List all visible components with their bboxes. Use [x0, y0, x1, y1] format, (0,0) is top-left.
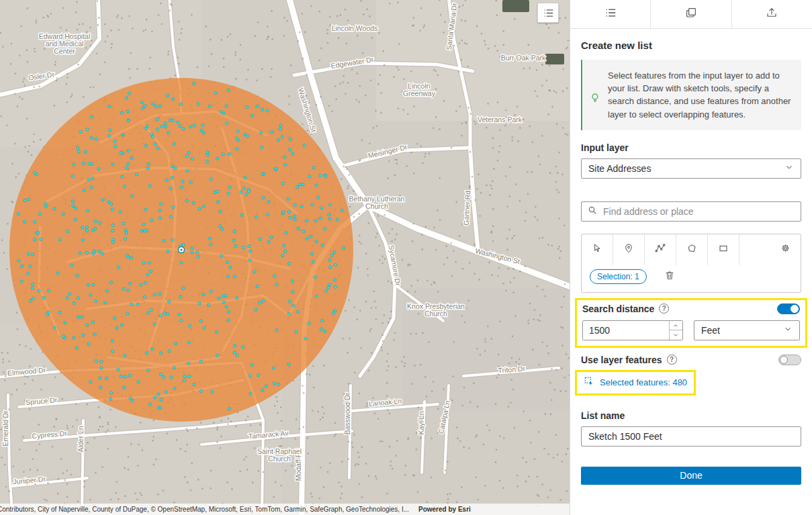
distance-stepper — [669, 321, 682, 340]
distance-number-input — [582, 320, 683, 340]
lightbulb-icon — [589, 92, 601, 121]
point-sketch-tool[interactable] — [613, 234, 645, 265]
svg-text:Burr Oak Park: Burr Oak Park — [501, 54, 546, 62]
use-layer-features-help-icon[interactable]: ? — [667, 355, 677, 365]
info-box: Select features from the input layer to … — [581, 60, 801, 130]
search-icon — [587, 205, 598, 218]
panel-title: Create new list — [581, 40, 801, 51]
selected-features-link[interactable]: Selected features: 480 — [600, 377, 687, 387]
select-cursor-tool[interactable] — [582, 234, 613, 265]
layers-icon — [685, 7, 697, 21]
rectangle-sketch-tool[interactable] — [708, 234, 739, 265]
input-layer-select[interactable]: Site Addresses — [581, 158, 801, 179]
polyline-icon — [655, 243, 666, 256]
sketch-toolbox: Selection: 1 — [581, 234, 801, 293]
list-name-input[interactable] — [581, 426, 801, 447]
svg-text:Kayl Ln: Kayl Ln — [417, 411, 425, 434]
selected-features-highlight: Selected features: 480 — [575, 370, 696, 395]
distance-unit-select[interactable]: Feet — [694, 320, 800, 340]
rectangle-icon — [718, 243, 729, 256]
list-icon — [604, 7, 617, 21]
svg-text:Emerald Dr: Emerald Dr — [1, 410, 9, 447]
select-features-icon — [584, 376, 594, 389]
basemap[interactable]: Washington StWashington StModaff RdSycam… — [0, 0, 570, 515]
use-layer-features-toggle[interactable] — [778, 355, 801, 365]
panel-tabbar — [570, 0, 812, 29]
powered-by-esri-link[interactable]: Powered by Esri — [418, 506, 511, 513]
tool-spacer — [739, 234, 770, 265]
polyline-sketch-tool[interactable] — [645, 234, 676, 265]
polygon-sketch-tool[interactable] — [676, 234, 708, 265]
list-name-label: List name — [581, 410, 801, 421]
trash-icon[interactable] — [664, 270, 675, 283]
svg-text:Alder Ln: Alder Ln — [77, 426, 85, 452]
app-window: Washington StWashington StModaff RdSycam… — [0, 0, 812, 515]
search-distance-toggle[interactable] — [777, 303, 800, 314]
panel-body: Create new list Select features from the… — [570, 29, 812, 515]
map-pin-icon — [623, 243, 634, 256]
legend-list-icon — [543, 7, 554, 19]
use-layer-features-label: Use layer features — [581, 355, 662, 365]
tab-layers[interactable] — [651, 0, 731, 28]
attribution-text: Contributors, City of Naperville, County… — [0, 506, 409, 513]
search-input[interactable] — [603, 206, 795, 217]
address-search — [581, 201, 801, 222]
done-button[interactable]: Done — [581, 467, 801, 485]
svg-text:Lincoln Woods: Lincoln Woods — [332, 24, 378, 32]
search-distance-help-icon[interactable]: ? — [659, 303, 669, 314]
stepper-down-button[interactable] — [670, 330, 682, 340]
chevron-down-icon — [784, 162, 794, 174]
use-layer-features-row: Use layer features ? — [581, 352, 801, 370]
distance-unit-value: Feet — [701, 325, 720, 336]
chevron-down-icon — [783, 324, 793, 336]
gear-icon — [780, 242, 791, 256]
selection-count-badge[interactable]: Selection: 1 — [590, 269, 647, 284]
create-list-panel: Create new list Select features from the… — [570, 0, 812, 515]
sketch-settings-button[interactable] — [770, 234, 801, 265]
legend-button[interactable] — [537, 3, 559, 23]
info-text: Select features from the input layer to … — [608, 69, 793, 121]
map-attribution: Contributors, City of Naperville, County… — [0, 504, 570, 515]
search-distance-label: Search distance — [582, 303, 654, 314]
sketch-tool-row — [582, 234, 801, 265]
input-layer-value: Site Addresses — [588, 163, 651, 174]
search-distance-highlight: Search distance ? Feet — [575, 298, 807, 348]
cursor-icon — [592, 243, 602, 256]
polygon-icon — [686, 243, 697, 256]
tab-export[interactable] — [732, 0, 812, 28]
stepper-up-button[interactable] — [670, 321, 682, 331]
tab-list[interactable] — [570, 0, 651, 28]
svg-text:Veterans Park: Veterans Park — [478, 115, 523, 124]
map-canvas[interactable]: Washington StWashington StModaff RdSycam… — [0, 0, 570, 515]
svg-text:Basswood Dr: Basswood Dr — [343, 392, 351, 434]
distance-value-field[interactable] — [583, 321, 669, 340]
selection-row: Selection: 1 — [582, 265, 801, 292]
input-layer-label: Input layer — [581, 142, 801, 153]
export-icon — [766, 7, 778, 21]
